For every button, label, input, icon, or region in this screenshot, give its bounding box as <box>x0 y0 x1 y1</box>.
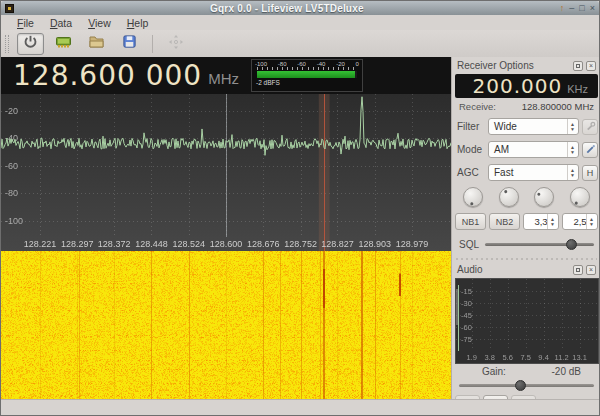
dock-panel: Receiver Options × 200.000 KHz Receive: … <box>451 57 600 401</box>
meter-tick: -60 <box>297 61 306 67</box>
receiver-options-header: Receiver Options × <box>452 57 600 73</box>
gain-row: Gain: -20 dB <box>482 366 581 377</box>
panel-float-icon[interactable] <box>573 61 583 71</box>
receive-label: Receive: <box>459 101 496 112</box>
filter-label: Filter <box>457 121 488 132</box>
toolbar-drag-handle[interactable] <box>5 35 9 53</box>
meter-track <box>257 71 357 78</box>
gain-label: Gain: <box>482 366 506 377</box>
meter-tick: -80 <box>278 61 287 67</box>
channel-lcd-value[interactable]: 200.000 <box>473 74 563 98</box>
toolbar <box>1 30 599 57</box>
wrench-icon <box>585 121 596 132</box>
shade-icon[interactable]: ↑ <box>560 4 565 13</box>
meter-tick: -40 <box>317 61 326 67</box>
menu-view[interactable]: View <box>80 16 119 30</box>
panel-float-icon[interactable] <box>573 265 583 275</box>
spinner-arrows-icon[interactable]: ▲▼ <box>547 214 557 229</box>
knob-indicator <box>575 201 579 205</box>
audio-title: Audio <box>457 264 483 275</box>
panel-close-icon[interactable]: × <box>586 61 596 71</box>
title-bar[interactable]: Gqrx 0.0 - Lifeview LV5TDeluxe ↑ – □ × <box>1 1 599 15</box>
move-crosshair-icon <box>168 34 184 54</box>
meter-tick: -20 <box>336 61 345 67</box>
mode-label: Mode <box>457 144 488 155</box>
spinner-arrows-icon[interactable]: ▲▼ <box>586 214 596 229</box>
knob[interactable] <box>534 187 554 207</box>
filter-select[interactable]: Wide ▲▼ <box>488 118 579 135</box>
spinner-arrows-icon[interactable]: ▲▼ <box>567 119 577 134</box>
nb1-button[interactable]: NB1 <box>455 213 486 230</box>
filter-value: Wide <box>494 121 517 132</box>
maximize-icon[interactable]: □ <box>579 4 584 13</box>
agc-row: AGC Fast ▲▼ H <box>457 164 598 181</box>
power-button[interactable] <box>17 33 44 55</box>
knob-indicator <box>469 201 473 205</box>
nb1-threshold-spinbox[interactable]: 3,3 ▲▼ <box>523 213 559 230</box>
knob[interactable] <box>463 187 483 207</box>
meter-tick: -100 <box>255 61 267 67</box>
audio-spectrum-display[interactable] <box>455 278 599 364</box>
nb2-threshold-value: 2,5 <box>573 216 586 227</box>
gain-slider-handle[interactable] <box>515 380 526 391</box>
agc-label: AGC <box>457 167 488 178</box>
knob-indicator <box>537 192 541 196</box>
gain-value: -20 dB <box>552 366 581 377</box>
waterfall-display[interactable] <box>1 251 451 401</box>
pan-button[interactable] <box>162 33 189 55</box>
spinner-arrows-icon[interactable]: ▲▼ <box>567 165 577 180</box>
mode-value: AM <box>494 144 509 155</box>
knob[interactable] <box>499 187 519 207</box>
filter-row: Filter Wide ▲▼ <box>457 118 598 135</box>
spinner-arrows-icon[interactable]: ▲▼ <box>567 142 577 157</box>
agc-select[interactable]: Fast ▲▼ <box>488 164 579 181</box>
dsp-chip-icon <box>55 34 72 53</box>
squelch-label: SQL <box>459 239 485 250</box>
menu-data[interactable]: Data <box>42 16 80 30</box>
gain-slider-track <box>459 384 594 387</box>
signal-meter: -100 -80 -60 -40 -20 0 -2 dBFS <box>251 59 363 92</box>
close-icon[interactable]: × <box>590 4 595 13</box>
meter-tick: 0 <box>356 61 359 67</box>
dsp-settings-button[interactable] <box>50 33 77 55</box>
channel-lcd[interactable]: 200.000 KHz <box>455 74 598 98</box>
meter-ruler <box>257 67 357 70</box>
mode-row: Mode AM ▲▼ <box>457 141 598 158</box>
mode-select[interactable]: AM ▲▼ <box>488 141 579 158</box>
meter-readout: -2 dBFS <box>252 78 362 86</box>
app-icon <box>5 4 14 13</box>
menu-file[interactable]: File <box>9 16 42 30</box>
toolbar-separator <box>152 35 153 53</box>
squelch-slider[interactable] <box>485 238 594 250</box>
squelch-slider-handle[interactable] <box>566 239 577 250</box>
menu-help[interactable]: Help <box>119 16 157 30</box>
frequency-value[interactable]: 128.600 000 <box>13 59 202 92</box>
audio-header: Audio × <box>452 261 600 277</box>
panel-close-icon[interactable]: × <box>586 265 596 275</box>
nb2-button[interactable]: NB2 <box>489 213 520 230</box>
meter-bar <box>257 71 355 78</box>
menu-bar: File Data View Help <box>1 15 599 30</box>
minimize-icon[interactable]: – <box>569 4 574 13</box>
receive-row: Receive: 128.800000 MHz <box>459 101 594 112</box>
mode-options-button[interactable] <box>582 142 598 158</box>
power-icon <box>23 34 38 53</box>
open-file-button[interactable] <box>83 33 110 55</box>
window-title: Gqrx 0.0 - Lifeview LV5TDeluxe <box>14 3 560 14</box>
filter-shape-button[interactable] <box>582 119 598 135</box>
gain-slider[interactable] <box>459 379 594 391</box>
gqrx-window: Gqrx 0.0 - Lifeview LV5TDeluxe ↑ – □ × F… <box>0 0 600 416</box>
frequency-unit: MHz <box>208 70 239 87</box>
agc-value: Fast <box>494 167 513 178</box>
fft-spectrum-plot[interactable] <box>1 94 451 251</box>
agc-hang-button[interactable]: H <box>582 165 598 181</box>
nb2-threshold-spinbox[interactable]: 2,5 ▲▼ <box>562 213 598 230</box>
save-button[interactable] <box>116 33 143 55</box>
noise-blanker-row: NB1 NB2 3,3 ▲▼ 2,5 ▲▼ <box>455 213 598 230</box>
squelch-slider-track <box>485 243 594 246</box>
knob-indicator <box>504 189 508 193</box>
folder-icon <box>88 34 105 53</box>
knob[interactable] <box>570 187 590 207</box>
frequency-display[interactable]: 128.600 000 MHz <box>1 57 251 94</box>
wand-icon <box>585 144 596 155</box>
